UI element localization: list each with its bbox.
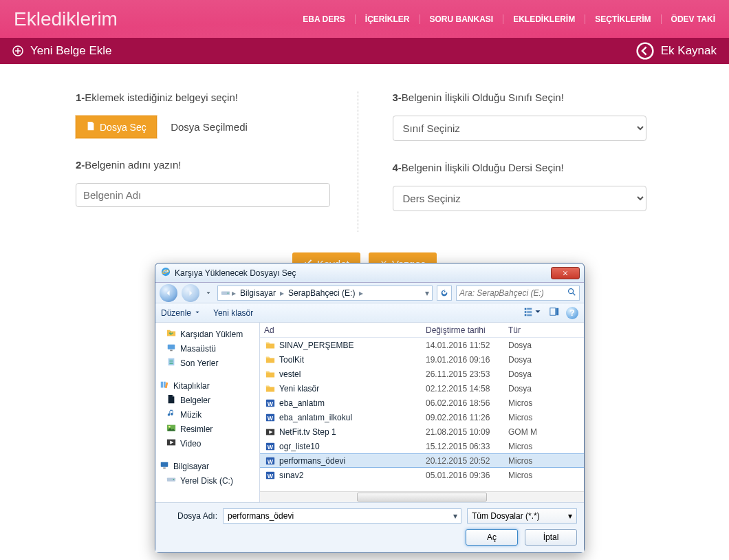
col-date[interactable]: Değiştirme tarihi: [426, 325, 508, 335]
breadcrumb-seg-drive[interactable]: SerapBahçeci (E:): [285, 288, 358, 298]
new-folder-button[interactable]: Yeni klasör: [213, 308, 253, 318]
file-name: sınav2: [276, 471, 426, 480]
nav-eba-ders[interactable]: EBA DERS: [293, 14, 356, 24]
action-new-doc-label: Yeni Belge Ekle: [30, 44, 111, 58]
plus-icon: [12, 45, 23, 56]
file-date: 06.02.2016 18:56: [426, 398, 508, 408]
choose-file-label: Dosya Seç: [100, 122, 146, 133]
folder-icon: [264, 355, 276, 365]
file-row[interactable]: sınav205.01.2016 09:36Micros: [260, 468, 584, 482]
file-row[interactable]: vestel26.11.2015 23:53Dosya: [260, 367, 584, 381]
file-date: 15.12.2015 06:33: [426, 442, 508, 451]
tree-video[interactable]: Video: [158, 436, 257, 451]
top-header: Eklediklerim EBA DERS İÇERİKLER SORU BAN…: [0, 0, 729, 38]
dialog-titlebar[interactable]: Karşıya Yüklenecek Dosyayı Seç: [155, 263, 584, 283]
file-name: ogr_liste10: [276, 442, 426, 451]
class-select[interactable]: Sınıf Seçiniz: [393, 116, 647, 141]
tree-computer[interactable]: Bilgisayar: [158, 459, 257, 473]
file-list-header[interactable]: Ad Değiştirme tarihi Tür: [260, 323, 584, 338]
action-bar: Yeni Belge Ekle Ek Kaynak: [0, 38, 729, 64]
folder-tree[interactable]: Karşıdan Yüklem Masaüstü Son Yerler Kita…: [155, 323, 260, 502]
file-row[interactable]: eba_anlatım_ilkokul09.02.2016 11:26Micro…: [260, 410, 584, 424]
nav-odev-takip[interactable]: ÖDEV TAKİ: [662, 14, 715, 24]
action-back[interactable]: Ek Kaynak: [636, 42, 717, 60]
file-row[interactable]: ogr_liste1015.12.2015 06:33Micros: [260, 439, 584, 453]
file-type: GOM M: [508, 427, 584, 437]
dialog-footer: Dosya Adı: ▾ Tüm Dosyalar (*.*) ▾ Aç İpt…: [155, 502, 584, 552]
file-name: performans_ödevi: [276, 456, 426, 466]
open-button[interactable]: Aç: [466, 529, 518, 546]
chevron-down-icon: ▾: [568, 511, 572, 521]
new-folder-label: Yeni klasör: [213, 308, 253, 318]
organize-menu[interactable]: Düzenle: [161, 308, 201, 318]
tree-downloads[interactable]: Karşıdan Yüklem: [158, 327, 257, 341]
filetype-filter[interactable]: Tüm Dosyalar (*.*) ▾: [467, 508, 577, 524]
file-date: 05.01.2016 09:36: [426, 471, 508, 480]
file-row[interactable]: Yeni klasör02.12.2015 14:58Dosya: [260, 381, 584, 396]
tree-recent[interactable]: Son Yerler: [158, 356, 257, 370]
file-open-dialog: Karşıya Yüklenecek Dosyayı Seç ▸ Bilgisa…: [155, 263, 585, 553]
breadcrumb-dropdown[interactable]: ▾: [422, 288, 432, 298]
file-row[interactable]: NetFit.tv Step 121.08.2015 10:09GOM M: [260, 424, 584, 439]
nav-history-dropdown[interactable]: [204, 290, 213, 297]
file-name: vestel: [276, 369, 426, 379]
nav-soru-bankasi[interactable]: SORU BANKASI: [420, 14, 504, 24]
tree-cdrive[interactable]: Yerel Disk (C:): [158, 473, 257, 488]
file-type: Dosya: [508, 369, 584, 379]
scrollbar-thumb[interactable]: [357, 493, 486, 502]
filename-input[interactable]: [224, 511, 450, 521]
file-name: NetFit.tv Step 1: [276, 427, 426, 437]
folder-icon: [264, 369, 276, 379]
document-icon: [86, 121, 96, 133]
file-row[interactable]: SINAV_PERŞEMBE14.01.2016 11:52Dosya: [260, 338, 584, 352]
folder-icon: [264, 341, 276, 350]
file-list[interactable]: SINAV_PERŞEMBE14.01.2016 11:52DosyaToolK…: [260, 338, 584, 491]
document-name-input[interactable]: [76, 183, 330, 207]
file-row[interactable]: performans_ödevi20.12.2015 20:52Micros: [260, 453, 584, 468]
action-back-label: Ek Kaynak: [661, 44, 717, 58]
col-name[interactable]: Ad: [264, 325, 426, 335]
nav-sectiklerim[interactable]: SEÇTİKLERİM: [585, 14, 661, 24]
word-icon: [264, 398, 276, 408]
file-type: Micros: [508, 398, 584, 408]
file-row[interactable]: ToolKit19.01.2016 09:16Dosya: [260, 352, 584, 367]
dialog-cancel-button[interactable]: İptal: [525, 529, 577, 546]
refresh-button[interactable]: [437, 286, 452, 301]
nav-forward-button[interactable]: [182, 284, 199, 302]
breadcrumb[interactable]: ▸ Bilgisayar ▸ SerapBahçeci (E:) ▸ ▾: [217, 286, 433, 301]
file-status: Dosya Seçilmedi: [171, 121, 248, 133]
search-box[interactable]: [456, 286, 580, 301]
tree-documents[interactable]: Belgeler: [158, 393, 257, 407]
search-input[interactable]: [459, 288, 567, 298]
file-date: 14.01.2016 11:52: [426, 341, 508, 350]
tree-pictures[interactable]: Resimler: [158, 422, 257, 436]
tree-desktop[interactable]: Masaüstü: [158, 341, 257, 356]
horizontal-scrollbar[interactable]: [260, 491, 584, 502]
view-mode-button[interactable]: [523, 307, 543, 319]
file-row[interactable]: eba_anlatım06.02.2016 18:56Micros: [260, 396, 584, 410]
nav-back-button[interactable]: [160, 284, 177, 302]
tree-libraries[interactable]: Kitaplıklar: [158, 378, 257, 393]
nav-eklediklerim[interactable]: EKLEDİKLERİM: [503, 14, 585, 24]
nav-icerikler[interactable]: İÇERİKLER: [356, 14, 420, 24]
filename-box[interactable]: ▾: [223, 508, 461, 524]
file-type: Micros: [508, 413, 584, 422]
file-type: Micros: [508, 442, 584, 451]
filename-dropdown[interactable]: ▾: [450, 511, 461, 521]
file-name: eba_anlatım: [276, 398, 426, 408]
file-date: 20.12.2015 20:52: [426, 456, 508, 466]
preview-pane-button[interactable]: [550, 307, 559, 319]
file-date: 26.11.2015 23:53: [426, 369, 508, 379]
file-name: Yeni klasör: [276, 384, 426, 394]
file-date: 02.12.2015 14:58: [426, 384, 508, 394]
organize-label: Düzenle: [161, 308, 191, 318]
action-new-doc[interactable]: Yeni Belge Ekle: [12, 44, 111, 58]
word-icon: [264, 413, 276, 422]
breadcrumb-seg-computer[interactable]: Bilgisayar: [237, 288, 279, 298]
choose-file-button[interactable]: Dosya Seç: [76, 116, 157, 138]
help-button[interactable]: ?: [566, 307, 578, 319]
course-select[interactable]: Ders Seçiniz: [393, 186, 647, 211]
col-type[interactable]: Tür: [508, 325, 584, 335]
dialog-close-button[interactable]: [551, 267, 580, 279]
tree-music[interactable]: Müzik: [158, 407, 257, 422]
